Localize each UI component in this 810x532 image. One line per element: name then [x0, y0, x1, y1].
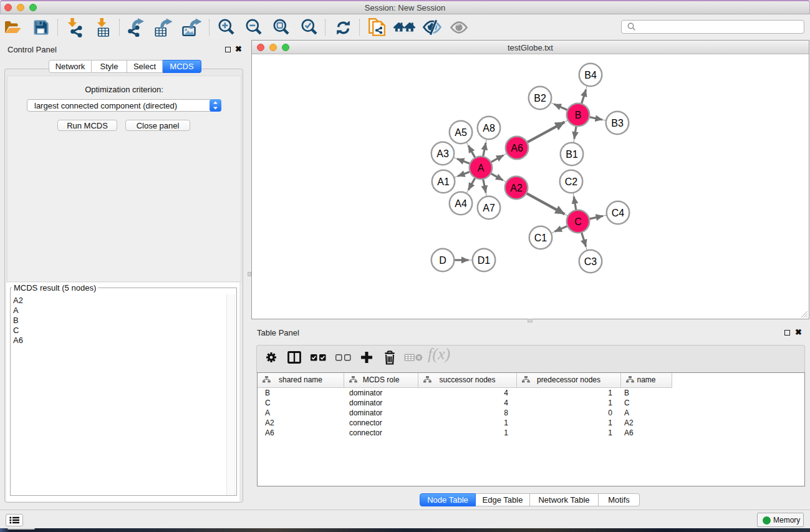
svg-text:D: D [439, 255, 446, 266]
svg-text:C3: C3 [584, 256, 597, 267]
svg-text:A6: A6 [511, 143, 523, 153]
svg-text:C1: C1 [534, 233, 547, 243]
svg-text:A7: A7 [483, 203, 495, 213]
svg-text:A2: A2 [510, 183, 523, 193]
svg-text:B4: B4 [584, 70, 597, 80]
svg-text:A5: A5 [455, 127, 467, 138]
svg-text:B: B [575, 110, 582, 120]
svg-text:C: C [574, 216, 582, 227]
svg-text:A3: A3 [436, 148, 449, 159]
svg-text:A1: A1 [437, 177, 450, 187]
svg-text:A8: A8 [483, 123, 495, 133]
svg-text:C4: C4 [612, 208, 625, 218]
svg-text:B3: B3 [611, 118, 624, 128]
svg-text:B2: B2 [534, 93, 546, 104]
svg-text:B1: B1 [566, 149, 578, 160]
svg-text:A4: A4 [455, 198, 467, 209]
svg-text:D1: D1 [478, 255, 491, 266]
svg-text:A: A [478, 163, 485, 173]
svg-text:C2: C2 [565, 177, 578, 187]
